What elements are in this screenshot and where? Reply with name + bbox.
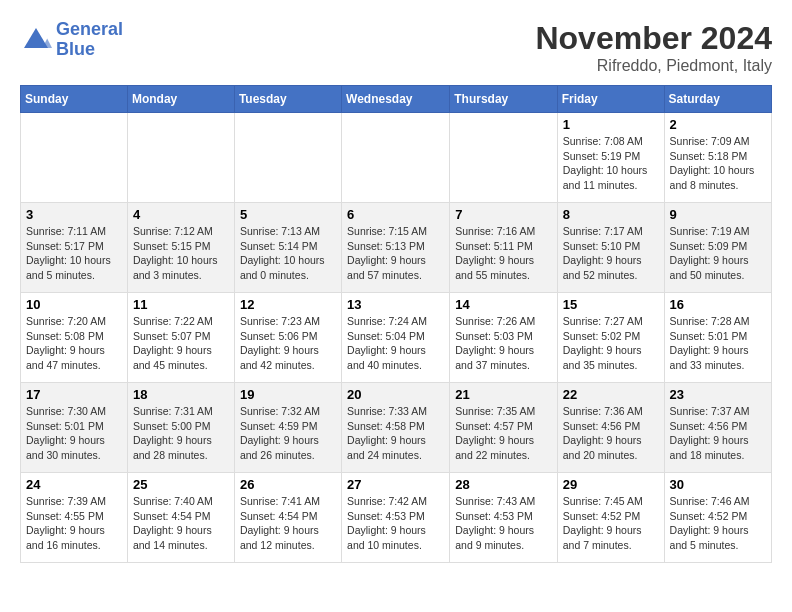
week-row-2: 3Sunrise: 7:11 AM Sunset: 5:17 PM Daylig…	[21, 203, 772, 293]
day-cell: 19Sunrise: 7:32 AM Sunset: 4:59 PM Dayli…	[234, 383, 341, 473]
day-info: Sunrise: 7:19 AM Sunset: 5:09 PM Dayligh…	[670, 224, 766, 283]
day-number: 16	[670, 297, 766, 312]
day-info: Sunrise: 7:17 AM Sunset: 5:10 PM Dayligh…	[563, 224, 659, 283]
week-row-4: 17Sunrise: 7:30 AM Sunset: 5:01 PM Dayli…	[21, 383, 772, 473]
day-number: 18	[133, 387, 229, 402]
day-cell: 26Sunrise: 7:41 AM Sunset: 4:54 PM Dayli…	[234, 473, 341, 563]
calendar-header-row: SundayMondayTuesdayWednesdayThursdayFrid…	[21, 86, 772, 113]
logo-text: General Blue	[56, 20, 123, 60]
header-friday: Friday	[557, 86, 664, 113]
day-cell	[450, 113, 557, 203]
header-saturday: Saturday	[664, 86, 771, 113]
day-info: Sunrise: 7:43 AM Sunset: 4:53 PM Dayligh…	[455, 494, 551, 553]
header-thursday: Thursday	[450, 86, 557, 113]
day-cell: 23Sunrise: 7:37 AM Sunset: 4:56 PM Dayli…	[664, 383, 771, 473]
page-header: General Blue November 2024 Rifreddo, Pie…	[20, 20, 772, 75]
day-cell: 16Sunrise: 7:28 AM Sunset: 5:01 PM Dayli…	[664, 293, 771, 383]
day-info: Sunrise: 7:40 AM Sunset: 4:54 PM Dayligh…	[133, 494, 229, 553]
header-wednesday: Wednesday	[342, 86, 450, 113]
day-number: 17	[26, 387, 122, 402]
day-cell: 9Sunrise: 7:19 AM Sunset: 5:09 PM Daylig…	[664, 203, 771, 293]
day-info: Sunrise: 7:33 AM Sunset: 4:58 PM Dayligh…	[347, 404, 444, 463]
day-cell: 10Sunrise: 7:20 AM Sunset: 5:08 PM Dayli…	[21, 293, 128, 383]
day-number: 23	[670, 387, 766, 402]
day-number: 26	[240, 477, 336, 492]
day-info: Sunrise: 7:23 AM Sunset: 5:06 PM Dayligh…	[240, 314, 336, 373]
day-number: 3	[26, 207, 122, 222]
day-number: 22	[563, 387, 659, 402]
day-number: 13	[347, 297, 444, 312]
day-number: 6	[347, 207, 444, 222]
header-sunday: Sunday	[21, 86, 128, 113]
day-cell: 15Sunrise: 7:27 AM Sunset: 5:02 PM Dayli…	[557, 293, 664, 383]
day-cell: 11Sunrise: 7:22 AM Sunset: 5:07 PM Dayli…	[127, 293, 234, 383]
day-cell: 20Sunrise: 7:33 AM Sunset: 4:58 PM Dayli…	[342, 383, 450, 473]
day-cell	[342, 113, 450, 203]
title-block: November 2024 Rifreddo, Piedmont, Italy	[535, 20, 772, 75]
day-cell: 12Sunrise: 7:23 AM Sunset: 5:06 PM Dayli…	[234, 293, 341, 383]
day-cell: 3Sunrise: 7:11 AM Sunset: 5:17 PM Daylig…	[21, 203, 128, 293]
day-info: Sunrise: 7:08 AM Sunset: 5:19 PM Dayligh…	[563, 134, 659, 193]
day-cell: 13Sunrise: 7:24 AM Sunset: 5:04 PM Dayli…	[342, 293, 450, 383]
day-info: Sunrise: 7:27 AM Sunset: 5:02 PM Dayligh…	[563, 314, 659, 373]
day-cell: 22Sunrise: 7:36 AM Sunset: 4:56 PM Dayli…	[557, 383, 664, 473]
day-number: 29	[563, 477, 659, 492]
day-number: 12	[240, 297, 336, 312]
header-monday: Monday	[127, 86, 234, 113]
day-cell: 7Sunrise: 7:16 AM Sunset: 5:11 PM Daylig…	[450, 203, 557, 293]
day-info: Sunrise: 7:26 AM Sunset: 5:03 PM Dayligh…	[455, 314, 551, 373]
day-info: Sunrise: 7:24 AM Sunset: 5:04 PM Dayligh…	[347, 314, 444, 373]
day-info: Sunrise: 7:16 AM Sunset: 5:11 PM Dayligh…	[455, 224, 551, 283]
day-info: Sunrise: 7:20 AM Sunset: 5:08 PM Dayligh…	[26, 314, 122, 373]
day-info: Sunrise: 7:31 AM Sunset: 5:00 PM Dayligh…	[133, 404, 229, 463]
day-info: Sunrise: 7:09 AM Sunset: 5:18 PM Dayligh…	[670, 134, 766, 193]
day-cell: 5Sunrise: 7:13 AM Sunset: 5:14 PM Daylig…	[234, 203, 341, 293]
day-number: 30	[670, 477, 766, 492]
day-number: 21	[455, 387, 551, 402]
day-cell: 21Sunrise: 7:35 AM Sunset: 4:57 PM Dayli…	[450, 383, 557, 473]
day-cell: 29Sunrise: 7:45 AM Sunset: 4:52 PM Dayli…	[557, 473, 664, 563]
day-cell: 1Sunrise: 7:08 AM Sunset: 5:19 PM Daylig…	[557, 113, 664, 203]
day-info: Sunrise: 7:45 AM Sunset: 4:52 PM Dayligh…	[563, 494, 659, 553]
day-number: 27	[347, 477, 444, 492]
day-info: Sunrise: 7:22 AM Sunset: 5:07 PM Dayligh…	[133, 314, 229, 373]
day-number: 28	[455, 477, 551, 492]
day-info: Sunrise: 7:11 AM Sunset: 5:17 PM Dayligh…	[26, 224, 122, 283]
logo: General Blue	[20, 20, 123, 60]
week-row-1: 1Sunrise: 7:08 AM Sunset: 5:19 PM Daylig…	[21, 113, 772, 203]
day-number: 4	[133, 207, 229, 222]
day-number: 10	[26, 297, 122, 312]
day-number: 19	[240, 387, 336, 402]
day-cell	[21, 113, 128, 203]
day-cell: 18Sunrise: 7:31 AM Sunset: 5:00 PM Dayli…	[127, 383, 234, 473]
day-info: Sunrise: 7:13 AM Sunset: 5:14 PM Dayligh…	[240, 224, 336, 283]
day-cell: 2Sunrise: 7:09 AM Sunset: 5:18 PM Daylig…	[664, 113, 771, 203]
calendar-table: SundayMondayTuesdayWednesdayThursdayFrid…	[20, 85, 772, 563]
page-subtitle: Rifreddo, Piedmont, Italy	[535, 57, 772, 75]
day-number: 7	[455, 207, 551, 222]
day-cell: 8Sunrise: 7:17 AM Sunset: 5:10 PM Daylig…	[557, 203, 664, 293]
day-number: 1	[563, 117, 659, 132]
day-info: Sunrise: 7:36 AM Sunset: 4:56 PM Dayligh…	[563, 404, 659, 463]
week-row-3: 10Sunrise: 7:20 AM Sunset: 5:08 PM Dayli…	[21, 293, 772, 383]
day-number: 11	[133, 297, 229, 312]
day-cell: 25Sunrise: 7:40 AM Sunset: 4:54 PM Dayli…	[127, 473, 234, 563]
day-info: Sunrise: 7:42 AM Sunset: 4:53 PM Dayligh…	[347, 494, 444, 553]
day-cell: 24Sunrise: 7:39 AM Sunset: 4:55 PM Dayli…	[21, 473, 128, 563]
day-info: Sunrise: 7:30 AM Sunset: 5:01 PM Dayligh…	[26, 404, 122, 463]
week-row-5: 24Sunrise: 7:39 AM Sunset: 4:55 PM Dayli…	[21, 473, 772, 563]
day-info: Sunrise: 7:32 AM Sunset: 4:59 PM Dayligh…	[240, 404, 336, 463]
day-info: Sunrise: 7:35 AM Sunset: 4:57 PM Dayligh…	[455, 404, 551, 463]
day-number: 5	[240, 207, 336, 222]
day-info: Sunrise: 7:28 AM Sunset: 5:01 PM Dayligh…	[670, 314, 766, 373]
day-cell: 14Sunrise: 7:26 AM Sunset: 5:03 PM Dayli…	[450, 293, 557, 383]
day-number: 24	[26, 477, 122, 492]
day-number: 15	[563, 297, 659, 312]
day-number: 20	[347, 387, 444, 402]
day-info: Sunrise: 7:46 AM Sunset: 4:52 PM Dayligh…	[670, 494, 766, 553]
day-cell: 30Sunrise: 7:46 AM Sunset: 4:52 PM Dayli…	[664, 473, 771, 563]
day-number: 2	[670, 117, 766, 132]
day-info: Sunrise: 7:15 AM Sunset: 5:13 PM Dayligh…	[347, 224, 444, 283]
header-tuesday: Tuesday	[234, 86, 341, 113]
page-title: November 2024	[535, 20, 772, 57]
